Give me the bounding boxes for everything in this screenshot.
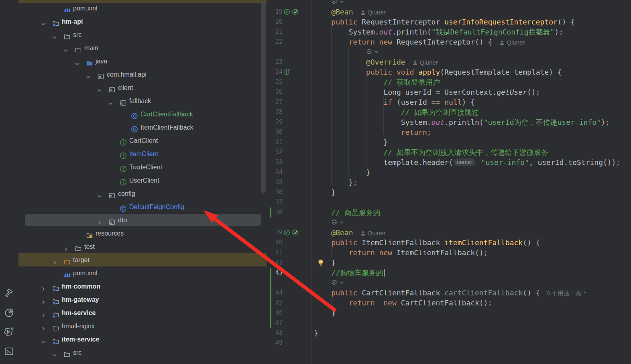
author-code-vision[interactable]: Qiuner (499, 39, 525, 46)
code-line-33[interactable]: 33 template.header(name: "user-info", us… (267, 157, 631, 167)
tree-row-pom.xml[interactable]: mpom.xml (18, 2, 267, 15)
line-number[interactable]: 31 (267, 137, 283, 147)
line-number[interactable]: 33 (267, 157, 283, 167)
code-line-31[interactable]: 31 } (267, 137, 631, 147)
tree-row-client[interactable]: client (18, 81, 267, 94)
code-line-41[interactable]: 41 return new ItemClientFallback(); (267, 248, 631, 258)
chevron-right-icon[interactable] (51, 257, 58, 263)
code-line-49[interactable]: 49 (267, 338, 631, 348)
chevron-down-icon[interactable] (51, 350, 58, 356)
chevron-down-icon[interactable] (96, 85, 103, 91)
tree-row-hmall-nginx[interactable]: hmall-nginx (18, 319, 267, 333)
chevron-down-icon[interactable] (63, 45, 69, 51)
line-number[interactable]: 29 (267, 117, 283, 127)
tree-row-partial[interactable] (18, 359, 267, 364)
tree-row-resources[interactable]: resources (18, 227, 267, 240)
implements-method-icon[interactable]: I (283, 69, 291, 75)
chevron-right-icon[interactable] (40, 283, 47, 290)
chevron-down-icon[interactable] (96, 191, 103, 197)
line-number[interactable]: 24 (267, 67, 283, 77)
build-hammer-icon[interactable] (2, 287, 15, 300)
code-line-24[interactable]: 24I public void apply(RequestTemplate te… (267, 67, 631, 77)
spring-bean-inlay-icon[interactable] (331, 219, 344, 225)
tree-row-com.hmall.api[interactable]: com.hmall.api (18, 68, 267, 81)
tree-scrollbar[interactable] (261, 1, 266, 193)
line-number[interactable]: 42 (267, 258, 283, 268)
code-line-42[interactable]: 42 } (267, 258, 631, 268)
spring-bean-gutter-icons[interactable] (283, 229, 299, 236)
tree-row-target[interactable]: target (18, 253, 267, 266)
code-line-22[interactable]: 22 return new RequestInterceptor() {Qiun… (267, 37, 631, 47)
chevron-down-icon[interactable] (108, 98, 114, 104)
tree-row-main[interactable]: main (18, 41, 267, 55)
code-line-45[interactable]: 45 return new CartClientFallback(); (267, 298, 631, 308)
chevron-right-icon[interactable] (40, 323, 47, 329)
chevron-down-icon[interactable] (40, 18, 47, 25)
tree-row-cartclientfallback[interactable]: CCartClientFallback (18, 108, 267, 121)
tree-row-itemclient[interactable]: IItemClient (18, 147, 267, 161)
spring-bean-inlay-icon[interactable] (366, 49, 379, 55)
line-number[interactable]: 37 (267, 197, 283, 207)
code-line-47[interactable]: 47 (267, 318, 631, 328)
code-line-32[interactable]: 32 // 如果不为空则放入请求头中，传递给下游微服务 (267, 147, 631, 157)
chevron-right-icon[interactable] (40, 297, 47, 303)
code-line-38[interactable]: 38 // 商品服务的 (267, 207, 631, 218)
line-number[interactable]: 20 (267, 17, 283, 27)
line-number[interactable]: 41 (267, 248, 283, 258)
line-number[interactable]: 49 (267, 338, 283, 348)
line-number[interactable]: 26 (267, 87, 283, 97)
line-number[interactable]: 40 (267, 238, 283, 248)
vcs-change-bar[interactable] (270, 207, 271, 218)
code-line-25[interactable]: 25 // 获取登录用户 (267, 77, 631, 87)
code-line-28[interactable]: 28 // 如果为空则直接跳过 (267, 107, 631, 117)
tree-row-itemclientfallback[interactable]: CItemClientFallback (18, 121, 267, 134)
line-number[interactable]: 38 (267, 207, 283, 218)
code-line-27[interactable]: 27 if (userId == null) { (267, 97, 631, 107)
tree-row-pom.xml[interactable]: mpom.xml (18, 266, 267, 280)
code-line-43[interactable]: 43 //购物车服务的 (267, 268, 631, 278)
spring-bean-inlay-icon[interactable] (331, 0, 344, 4)
code-line-44[interactable]: 44 public CartClientFallback cartClientF… (267, 288, 631, 298)
chevron-down-icon[interactable] (74, 58, 80, 65)
tree-row-hm-api[interactable]: hm-api (18, 15, 267, 28)
chevron-right-icon[interactable] (96, 217, 103, 224)
line-number[interactable]: 28 (267, 107, 283, 117)
code-line-40[interactable]: 40 public ItemClientFallback itemClientF… (267, 238, 631, 248)
code-line-36[interactable]: 36 } (267, 187, 631, 197)
terminal-icon[interactable] (2, 345, 15, 358)
line-number[interactable]: 25 (267, 77, 283, 87)
chevron-right-icon[interactable] (63, 244, 69, 250)
tree-row-item-service[interactable]: item-service (18, 333, 267, 346)
code-line-37[interactable]: 37 (267, 197, 631, 207)
code-line-46[interactable]: 46 } (267, 308, 631, 318)
tree-row-src[interactable]: src (18, 346, 267, 359)
line-number[interactable]: 46 (267, 308, 283, 318)
line-number[interactable]: 27 (267, 97, 283, 107)
line-number[interactable]: 43 (267, 268, 283, 278)
line-number[interactable]: 36 (267, 187, 283, 197)
tree-row-config[interactable]: config (18, 187, 267, 200)
tree-row-cartclient[interactable]: ICartClient (18, 134, 267, 147)
code-vision-hint[interactable]: 0 个用法 (547, 290, 570, 297)
chevron-right-icon[interactable] (40, 310, 47, 316)
code-vision-hint[interactable]: 新 * (576, 290, 586, 297)
vcs-change-bar[interactable] (270, 268, 271, 328)
chevron-down-icon[interactable] (40, 336, 47, 343)
author-code-vision[interactable]: Qiuner (360, 230, 386, 236)
code-line-39[interactable]: 39 @BeanQiuner (267, 228, 631, 238)
tree-row-userclient[interactable]: IUserClient (18, 174, 267, 187)
tree-row-tradeclient[interactable]: ITradeClient (18, 161, 267, 174)
line-number[interactable]: 47 (267, 318, 283, 328)
author-code-vision[interactable]: Qiuner (413, 59, 438, 66)
code-line-26[interactable]: 26 Long userId = UserContext.getUser(); (267, 87, 631, 97)
spring-bean-gutter-icons[interactable] (283, 8, 299, 15)
code-line-20[interactable]: 20 public RequestInterceptor userInfoReq… (267, 17, 631, 27)
line-number[interactable]: 48 (267, 328, 283, 338)
line-number[interactable]: 45 (267, 298, 283, 308)
tree-row-src[interactable]: src (18, 28, 267, 41)
code-editor[interactable]: 19 @BeanQiuner20 public RequestIntercept… (267, 0, 631, 364)
line-number[interactable]: 34 (267, 167, 283, 177)
code-line-23[interactable]: 23 @OverrideQiuner (267, 57, 631, 67)
code-line-48[interactable]: 48} (267, 328, 631, 338)
tree-row-hm-gateway[interactable]: hm-gateway (18, 293, 267, 306)
